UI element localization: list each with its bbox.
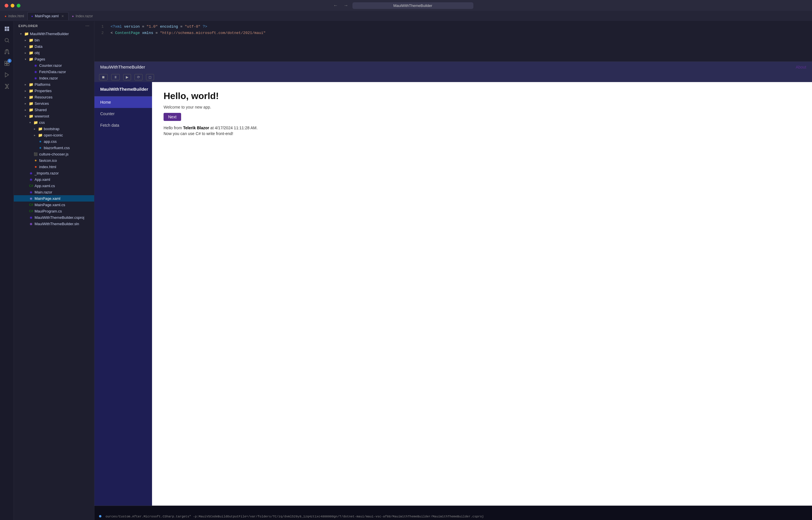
tree-item-app-xaml-cs[interactable]: C# App.xaml.cs: [14, 183, 94, 189]
item-label: Shared: [34, 108, 47, 112]
tree-item-bootstrap[interactable]: ▸ 📁 bootstrap: [14, 126, 94, 132]
svg-rect-4: [5, 61, 7, 63]
chevron-right-icon: ▸: [23, 45, 28, 48]
tree-item-mainpage-xaml-cs[interactable]: C# MainPage.xaml.cs: [14, 202, 94, 208]
tree-item-services[interactable]: ▸ 📁 Services: [14, 100, 94, 107]
tree-item-favicon[interactable]: ★ favicon.ico: [14, 157, 94, 163]
chevron-right-icon: ▸: [23, 102, 28, 105]
item-label: FetchData.razor: [39, 70, 66, 74]
line-number: 1: [97, 24, 104, 30]
xml-declaration: <?xml: [110, 24, 124, 29]
html-file-icon: ●: [5, 15, 7, 18]
activity-search[interactable]: [2, 35, 12, 46]
about-link[interactable]: About: [795, 65, 806, 70]
code-editor[interactable]: 1 2 <?xml version = "1.0" encoding = "ut…: [95, 21, 812, 61]
tab-index-razor[interactable]: ● Index.razor: [69, 12, 97, 20]
close-button[interactable]: [5, 4, 8, 7]
file-tree: ▾ 📁 MauiWithThemeBuilder ▸ 📁 bin ▸ 📁 Dat…: [14, 30, 94, 520]
activity-extensions[interactable]: 1: [2, 58, 12, 69]
toolbar-pause-button[interactable]: ⏸: [111, 74, 120, 80]
tree-root[interactable]: ▾ 📁 MauiWithThemeBuilder: [14, 30, 94, 37]
back-button[interactable]: ←: [332, 2, 340, 9]
code-content[interactable]: <?xml version = "1.0" encoding = "utf-8"…: [106, 21, 812, 61]
tree-item-pages[interactable]: ▾ 📁 Pages: [14, 56, 94, 62]
tree-item-index-html[interactable]: ■ index.html: [14, 163, 94, 170]
tree-item-bin[interactable]: ▸ 📁 bin: [14, 37, 94, 43]
item-label: wwwroot: [34, 114, 49, 118]
next-button[interactable]: Next: [163, 113, 181, 121]
tab-index-html[interactable]: ● index.html: [1, 12, 27, 20]
tab-label: index.html: [8, 14, 24, 18]
minimize-button[interactable]: [11, 4, 15, 7]
folder-icon: 📁: [29, 108, 33, 112]
svg-point-0: [5, 38, 8, 42]
chevron-right-icon: ▸: [23, 38, 28, 42]
tree-item-resources[interactable]: ▸ 📁 Resources: [14, 94, 94, 100]
toolbar-stop-button[interactable]: ⏹: [99, 74, 108, 80]
svg-rect-7: [7, 63, 9, 66]
item-label: Data: [34, 44, 42, 49]
item-label: Resources: [34, 95, 52, 99]
nav-item-counter[interactable]: Counter: [95, 108, 152, 120]
explorer-more-button[interactable]: ···: [85, 24, 89, 28]
tree-item-platforms[interactable]: ▸ 📁 Platforms: [14, 81, 94, 87]
maximize-button[interactable]: [17, 4, 21, 7]
folder-icon: 📁: [29, 89, 33, 93]
tree-item-blazorfluent-css[interactable]: ■ blazorfluent.css: [14, 145, 94, 151]
blazor-app-title: MauiWithThemeBuilder: [95, 82, 152, 97]
toolbar-reload-button[interactable]: ⟳: [134, 74, 142, 80]
tree-item-properties[interactable]: ▸ 📁 Properties: [14, 87, 94, 94]
tree-item-csproj[interactable]: ◉ MauiWithThemeBuilder.csproj: [14, 214, 94, 220]
tree-item-culture-chooser[interactable]: ⬛ culture-chooser.js: [14, 151, 94, 157]
item-label: MainPage.xaml: [34, 197, 60, 201]
tree-item-app-css[interactable]: ■ app.css: [14, 138, 94, 145]
folder-icon: 📁: [29, 114, 33, 118]
tree-item-css[interactable]: ▾ 📁 css: [14, 119, 94, 126]
cs-icon: C#: [29, 203, 33, 206]
xaml-file-icon: ●: [31, 15, 33, 18]
tree-item-counter-razor[interactable]: ◉ Counter.razor: [14, 62, 94, 69]
tree-item-app-xaml[interactable]: ◉ App.xaml: [14, 176, 94, 183]
csproj-icon: ◉: [29, 216, 33, 219]
terminal-text: ources/Custom.After.Microsoft.CSharp.tar…: [106, 515, 484, 518]
forward-button[interactable]: →: [342, 2, 350, 9]
activity-run[interactable]: [2, 70, 12, 80]
tree-item-imports-razor[interactable]: ◉ _Imports.razor: [14, 170, 94, 176]
toolbar-play-button[interactable]: ▶: [123, 74, 131, 80]
activity-explorer[interactable]: [2, 24, 12, 34]
tree-item-open-iconic[interactable]: ▸ 📁 open-iconic: [14, 132, 94, 138]
tab-mainpage-xaml[interactable]: ● MainPage.xaml ✕: [27, 12, 68, 20]
item-label: Main.razor: [34, 190, 52, 194]
nav-item-home[interactable]: Home: [95, 97, 152, 108]
item-label: App.xaml.cs: [34, 184, 55, 188]
content-page-tag: ContentPage: [115, 31, 142, 35]
tree-item-obj[interactable]: ▸ 📁 obj: [14, 50, 94, 56]
cs-icon: C#: [29, 209, 33, 213]
folder-icon: 📁: [33, 120, 38, 125]
tree-item-data[interactable]: ▸ 📁 Data: [14, 43, 94, 50]
toolbar-fullscreen-button[interactable]: ◻: [146, 74, 154, 80]
nav-item-fetch-data[interactable]: Fetch data: [95, 120, 152, 131]
address-bar[interactable]: MauiWithThemeBuilder: [352, 2, 473, 9]
tree-item-main-razor[interactable]: ◉ Main.razor: [14, 189, 94, 195]
explorer-title: EXPLORER: [19, 24, 38, 28]
chevron-right-icon: ▸: [32, 127, 37, 130]
tree-item-mainpage-xaml[interactable]: ◉ MainPage.xaml: [14, 195, 94, 202]
item-label: Properties: [34, 89, 52, 93]
item-label: Services: [34, 101, 49, 106]
razor-icon: ◉: [29, 190, 33, 194]
css-icon: ■: [38, 146, 43, 150]
item-label: MauiWithThemeBuilder.sln: [34, 222, 79, 226]
tree-item-mauiprogram-cs[interactable]: C# MauiProgram.cs: [14, 208, 94, 214]
tree-item-fetchdata-razor[interactable]: ◉ FetchData.razor: [14, 69, 94, 75]
activity-source-control[interactable]: [2, 47, 12, 57]
chevron-down-icon: ▾: [19, 32, 23, 35]
terminal-content: ources/Custom.After.Microsoft.CSharp.tar…: [95, 513, 488, 520]
tree-item-wwwroot[interactable]: ▾ 📁 wwwroot: [14, 113, 94, 119]
activity-test[interactable]: [2, 81, 12, 92]
tree-item-index-razor[interactable]: ◉ Index.razor: [14, 75, 94, 81]
tree-item-sln[interactable]: ◉ MauiWithThemeBuilder.sln: [14, 220, 94, 227]
tree-item-shared[interactable]: ▸ 📁 Shared: [14, 107, 94, 113]
tab-close-icon[interactable]: ✕: [60, 14, 65, 19]
xml-encoding-attr: encoding: [160, 24, 178, 29]
